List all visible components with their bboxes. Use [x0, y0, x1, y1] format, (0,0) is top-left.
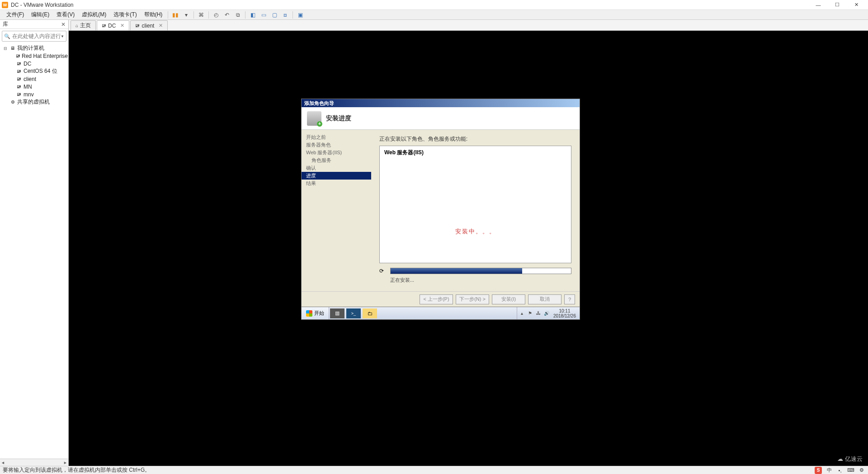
add-roles-wizard: 添加角色向导 安装进度 开始之前 服务器角色 Web 服务器(IIS) 角色服务… — [301, 99, 580, 307]
revert-icon[interactable]: ↶ — [222, 10, 231, 19]
wizard-step-iis[interactable]: Web 服务器(IIS) — [302, 149, 371, 156]
vm-icon: 🖳 — [16, 68, 22, 75]
progress-text: 正在安装... — [379, 277, 571, 284]
vm-icon: 🖳 — [16, 53, 20, 59]
server-manager-taskbar-icon[interactable]: ▥ — [330, 308, 344, 318]
vm-icon: 🖳 — [16, 91, 22, 98]
unity-icon[interactable]: ⧈ — [281, 10, 290, 19]
sidebar-close-icon[interactable]: ✕ — [61, 21, 66, 28]
wizard-nav: 开始之前 服务器角色 Web 服务器(IIS) 角色服务 确认 进度 结果 — [302, 130, 371, 291]
menu-view[interactable]: 查看(V) — [53, 10, 78, 19]
help-button[interactable]: ? — [564, 294, 575, 304]
fullscreen-icon[interactable]: ▣ — [296, 10, 305, 19]
wizard-step-results[interactable]: 结果 — [302, 180, 371, 187]
wizard-title: 添加角色向导 — [302, 99, 580, 107]
menu-file[interactable]: 文件(F) — [3, 10, 28, 19]
menu-tabs[interactable]: 选项卡(T) — [110, 10, 140, 19]
home-icon: ⌂ — [75, 23, 78, 28]
sidebar: 库 ✕ 🔍 ▼ ⊟🖥我的计算机 🖳Red Hat Enterprise L 🖳D… — [0, 20, 69, 466]
vm-viewport[interactable]: 添加角色向导 安装进度 开始之前 服务器角色 Web 服务器(IIS) 角色服务… — [69, 31, 868, 466]
wizard-step-role-services[interactable]: 角色服务 — [302, 156, 371, 164]
tree-node-vm[interactable]: 🖳client — [0, 75, 68, 83]
tab-home[interactable]: ⌂主页 — [71, 20, 96, 30]
search-input[interactable] — [12, 33, 61, 39]
vm-icon: 🖳 — [16, 61, 22, 67]
tab-close-icon[interactable]: ✕ — [159, 23, 163, 28]
expand-icon[interactable]: ⊟ — [4, 46, 8, 51]
menu-edit[interactable]: 编辑(E) — [28, 10, 53, 19]
tree-node-my-computer[interactable]: ⊟🖥我的计算机 — [0, 44, 68, 52]
guest-taskbar: 开始 ▥ >_ 🗀 ▴ ⚑ 🖧 🔊 10:11 2018/12/26 — [301, 307, 580, 320]
tree-node-shared-vms[interactable]: ⚙共享的虚拟机 — [0, 98, 68, 106]
snapshot-icon[interactable]: ◴ — [212, 10, 221, 19]
shared-icon: ⚙ — [9, 99, 16, 105]
vm-icon: 🖳 — [16, 84, 22, 90]
tray-network-icon[interactable]: 🖧 — [535, 310, 542, 317]
tray-clock[interactable]: 10:11 2018/12/26 — [552, 308, 578, 318]
tree-node-vm[interactable]: 🖳MN — [0, 83, 68, 90]
statusbar: 要将输入定向到该虚拟机，请在虚拟机内部单击或按 Ctrl+G。 S 中 •, ⌨… — [0, 466, 868, 474]
tree-node-vm[interactable]: 🖳CentOS 64 位 — [0, 67, 68, 75]
thumbnail-icon[interactable]: ▢ — [270, 10, 279, 19]
ime-mode-icon[interactable]: 中 — [826, 467, 833, 474]
tab-dc[interactable]: 🖳DC✕ — [97, 20, 129, 30]
windows-logo-icon — [306, 310, 312, 317]
installing-overlay-text: 安装中。。。 — [380, 228, 571, 236]
install-anim-icon: ⟳ — [379, 267, 387, 275]
tray-up-icon[interactable]: ▴ — [519, 310, 525, 317]
wizard-step-server-roles[interactable]: 服务器角色 — [302, 141, 371, 149]
powershell-taskbar-icon[interactable]: >_ — [346, 308, 361, 318]
start-button[interactable]: 开始 — [302, 307, 329, 319]
tab-close-icon[interactable]: ✕ — [120, 23, 124, 28]
progress-bar — [390, 268, 571, 274]
pc-icon: 🖥 — [9, 45, 16, 52]
send-ctrl-alt-del-icon[interactable]: ⌘ — [197, 10, 206, 19]
ime-punct-icon[interactable]: •, — [836, 467, 844, 474]
maximize-button[interactable]: ☐ — [832, 1, 843, 9]
menu-vm[interactable]: 虚拟机(M) — [78, 10, 110, 19]
prev-button: < 上一步(P) — [420, 294, 453, 304]
search-icon: 🔍 — [4, 33, 10, 39]
install-button: 安装(I) — [492, 294, 525, 304]
explorer-taskbar-icon[interactable]: 🗀 — [363, 308, 377, 318]
menu-help[interactable]: 帮助(H) — [141, 10, 166, 19]
tree-node-vm[interactable]: 🖳mnv — [0, 90, 68, 98]
menubar: 文件(F) 编辑(E) 查看(V) 虚拟机(M) 选项卡(T) 帮助(H) ▮▮… — [0, 10, 868, 20]
tray-volume-icon[interactable]: 🔊 — [543, 310, 550, 317]
cancel-button[interactable]: 取消 — [528, 294, 561, 304]
ime-settings-icon[interactable]: ⚙ — [858, 467, 865, 474]
tab-client[interactable]: 🖳client✕ — [130, 20, 168, 30]
wizard-step-confirm[interactable]: 确认 — [302, 164, 371, 172]
tree-node-vm[interactable]: 🖳DC — [0, 60, 68, 67]
fit-guest-icon[interactable]: ◧ — [248, 10, 257, 19]
vm-icon: 🖳 — [16, 76, 22, 82]
ime-keyboard-icon[interactable]: ⌨ — [847, 467, 854, 474]
sidebar-search[interactable]: 🔍 ▼ — [2, 31, 66, 42]
close-button[interactable]: ✕ — [851, 1, 862, 9]
search-dropdown-icon[interactable]: ▼ — [61, 34, 64, 38]
vm-icon: 🖳 — [135, 23, 140, 28]
server-icon — [307, 111, 321, 126]
dropdown-icon[interactable]: ▾ — [182, 10, 191, 19]
app-icon: W — [2, 2, 8, 8]
wizard-step-before[interactable]: 开始之前 — [302, 133, 371, 141]
pause-icon[interactable]: ▮▮ — [171, 10, 180, 19]
snapshot-manager-icon[interactable]: ⧉ — [233, 10, 242, 19]
wizard-header: 安装进度 — [326, 114, 351, 123]
status-message: 要将输入定向到该虚拟机，请在虚拟机内部单击或按 Ctrl+G。 — [3, 466, 150, 474]
sogou-ime-icon[interactable]: S — [815, 467, 822, 474]
vm-tree: ⊟🖥我的计算机 🖳Red Hat Enterprise L 🖳DC 🖳CentO… — [0, 43, 68, 459]
tab-bar: ⌂主页 🖳DC✕ 🖳client✕ — [69, 20, 868, 31]
wizard-step-progress[interactable]: 进度 — [302, 172, 371, 180]
tree-node-vm[interactable]: 🖳Red Hat Enterprise L — [0, 52, 68, 60]
vm-icon: 🖳 — [102, 23, 106, 28]
titlebar: W DC - VMware Workstation — ☐ ✕ — [0, 0, 868, 10]
next-button: 下一步(N) > — [456, 294, 489, 304]
tray-flag-icon[interactable]: ⚑ — [527, 310, 533, 317]
sidebar-scrollbar[interactable]: ◄► — [0, 459, 68, 466]
role-item: Web 服务器(IIS) — [384, 149, 566, 156]
install-list: Web 服务器(IIS) 安装中。。。 — [379, 146, 571, 263]
minimize-button[interactable]: — — [813, 1, 824, 9]
system-tray: ▴ ⚑ 🖧 🔊 10:11 2018/12/26 — [517, 307, 580, 319]
console-view-icon[interactable]: ▭ — [259, 10, 268, 19]
